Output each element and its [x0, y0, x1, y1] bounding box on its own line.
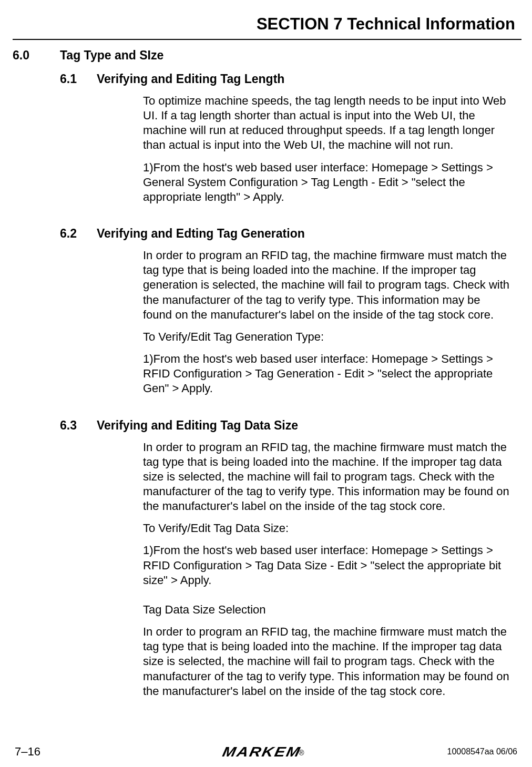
paragraph: In order to program an RFID tag, the mac…: [143, 248, 511, 322]
paragraph: To optimize machine speeds, the tag leng…: [143, 94, 511, 153]
heading-6-1-title: Verifying and Editing Tag Length: [97, 72, 284, 86]
heading-6-1-number: 6.1: [60, 72, 97, 86]
document-reference: 10008547aa 06/06: [447, 747, 517, 756]
heading-6-2-title: Verifying and Edting Tag Generation: [97, 227, 305, 241]
paragraph: 1)From the host's web based user interfa…: [143, 352, 511, 396]
heading-6-3-number: 6.3: [60, 418, 97, 433]
heading-6-0: 6.0 Tag Type and SIze: [13, 48, 521, 63]
paragraph: Tag Data Size Selection: [143, 602, 511, 617]
brand-logo: MARKEM: [221, 744, 302, 760]
heading-6-0-title: Tag Type and SIze: [60, 48, 163, 63]
body-6-2: In order to program an RFID tag, the mac…: [143, 248, 511, 396]
page-footer: 7–16 MARKEM ® 10008547aa 06/06: [0, 745, 532, 759]
paragraph: To Verify/Edit Tag Data Size:: [143, 521, 511, 536]
paragraph: 1)From the host's web based user interfa…: [143, 543, 511, 587]
page-number: 7–16: [15, 745, 40, 759]
heading-6-2: 6.2 Verifying and Edting Tag Generation: [60, 227, 521, 241]
body-6-1: To optimize machine speeds, the tag leng…: [143, 94, 511, 204]
heading-6-1: 6.1 Verifying and Editing Tag Length: [60, 72, 521, 86]
body-6-3: In order to program an RFID tag, the mac…: [143, 440, 511, 588]
header-divider: [13, 39, 521, 40]
registered-icon: ®: [299, 749, 304, 757]
paragraph: In order to program an RFID tag, the mac…: [143, 440, 511, 514]
heading-6-0-number: 6.0: [13, 48, 60, 63]
section-title: SECTION 7 Technical Information: [13, 15, 521, 39]
paragraph: In order to program an RFID tag, the mac…: [143, 625, 511, 699]
heading-6-3-title: Verifying and Editing Tag Data Size: [97, 418, 298, 433]
footer-brand: MARKEM ®: [228, 744, 304, 760]
paragraph: 1)From the host's web based user interfa…: [143, 160, 511, 204]
paragraph: To Verify/Edit Tag Generation Type:: [143, 330, 511, 344]
heading-6-2-number: 6.2: [60, 227, 97, 241]
body-6-3b: Tag Data Size Selection In order to prog…: [143, 602, 511, 699]
heading-6-3: 6.3 Verifying and Editing Tag Data Size: [60, 418, 521, 433]
